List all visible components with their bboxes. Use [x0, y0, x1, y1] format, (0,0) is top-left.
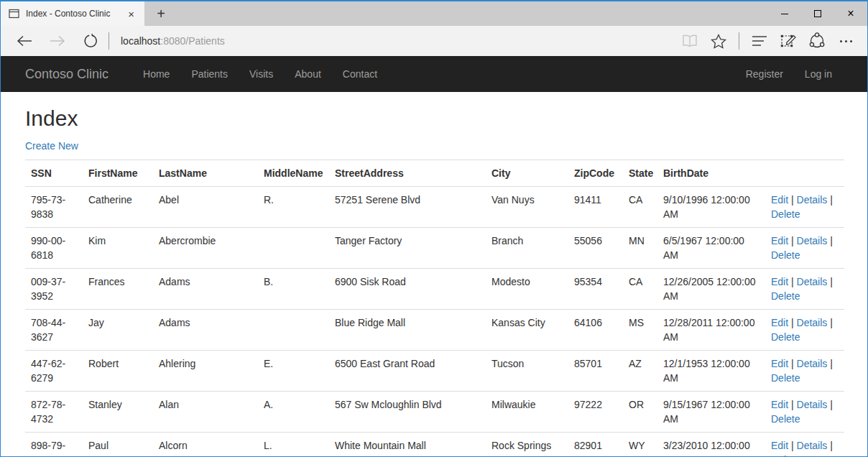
- cell-firstname: Catherine: [83, 187, 153, 228]
- delete-link[interactable]: Delete: [771, 290, 800, 302]
- table-row: 708-44-3627 Jay Adams Blue Ridge Mall Ka…: [25, 310, 844, 351]
- cell-streetaddress: Blue Ridge Mall: [329, 310, 486, 351]
- delete-link[interactable]: Delete: [771, 454, 800, 456]
- cell-birthdate: 6/5/1967 12:00:00 AM: [657, 228, 765, 269]
- nav-item-register[interactable]: Register: [735, 57, 794, 91]
- browser-window: Index - Contoso Clinic × + ×: [0, 0, 868, 457]
- edit-link[interactable]: Edit: [771, 194, 788, 206]
- cell-state: CA: [623, 269, 657, 310]
- cell-zipcode: 64106: [568, 310, 623, 351]
- edit-link[interactable]: Edit: [771, 317, 788, 328]
- cell-actions: Edit | Details | Delete: [765, 228, 844, 269]
- details-link[interactable]: Details: [797, 276, 828, 287]
- delete-link[interactable]: Delete: [771, 208, 800, 220]
- reading-view-icon[interactable]: [675, 29, 704, 53]
- share-icon[interactable]: [803, 29, 831, 53]
- header-middlename: MiddleName: [258, 160, 329, 187]
- cell-state: AZ: [623, 351, 657, 392]
- browser-tab[interactable]: Index - Contoso Clinic ×: [1, 1, 144, 26]
- tab-title: Index - Contoso Clinic: [26, 9, 119, 19]
- details-link[interactable]: Details: [797, 317, 828, 328]
- favorites-star-icon[interactable]: [704, 29, 733, 53]
- cell-middlename: R.: [258, 187, 329, 228]
- create-new-link[interactable]: Create New: [25, 140, 78, 152]
- cell-zipcode: 82901: [568, 433, 623, 457]
- cell-zipcode: 95354: [568, 269, 623, 310]
- nav-item-visits[interactable]: Visits: [239, 57, 284, 91]
- title-bar: Index - Contoso Clinic × + ×: [1, 1, 867, 26]
- patients-table: SSN FirstName LastName MiddleName Street…: [25, 160, 844, 456]
- cell-ssn: 708-44-3627: [25, 310, 83, 351]
- nav-item-patients[interactable]: Patients: [180, 57, 239, 91]
- details-link[interactable]: Details: [797, 358, 828, 369]
- nav-links: Home Patients Visits About Contact: [132, 57, 388, 91]
- address-divider: [108, 32, 109, 50]
- cell-firstname: Jay: [83, 310, 153, 351]
- edit-link[interactable]: Edit: [771, 399, 788, 410]
- details-link[interactable]: Details: [797, 440, 828, 451]
- header-city: City: [486, 160, 568, 187]
- titlebar-drag-area: [177, 1, 768, 26]
- cell-state: OR: [623, 392, 657, 433]
- cell-firstname: Paul: [83, 433, 153, 457]
- delete-link[interactable]: Delete: [771, 372, 800, 384]
- page-icon: [9, 9, 19, 19]
- edit-link[interactable]: Edit: [771, 358, 788, 369]
- table-row: 990-00-6818 Kim Abercrombie Tanger Facto…: [25, 228, 844, 269]
- edit-link[interactable]: Edit: [771, 276, 788, 287]
- table-header-row: SSN FirstName LastName MiddleName Street…: [25, 160, 844, 187]
- cell-firstname: Stanley: [83, 392, 153, 433]
- cell-streetaddress: White Mountain Mall: [329, 433, 486, 457]
- cell-ssn: 795-73-9838: [25, 187, 83, 228]
- nav-item-about[interactable]: About: [284, 57, 332, 91]
- edit-link[interactable]: Edit: [771, 235, 788, 246]
- refresh-button[interactable]: [74, 29, 107, 53]
- cell-zipcode: 85701: [568, 351, 623, 392]
- cell-birthdate: 9/15/1967 12:00:00 AM: [657, 392, 765, 433]
- hub-icon[interactable]: [745, 29, 774, 53]
- web-note-icon[interactable]: [774, 29, 803, 53]
- edit-link[interactable]: Edit: [771, 440, 788, 451]
- brand-link[interactable]: Contoso Clinic: [25, 67, 119, 82]
- cell-state: CA: [623, 187, 657, 228]
- details-link[interactable]: Details: [797, 235, 828, 246]
- table-row: 009-37-3952 Frances Adams B. 6900 Sisk R…: [25, 269, 844, 310]
- cell-birthdate: 12/28/2011 12:00:00 AM: [657, 310, 765, 351]
- back-button[interactable]: [8, 29, 41, 53]
- forward-button[interactable]: [41, 29, 74, 53]
- nav-account-links: Register Log in: [735, 57, 843, 91]
- url-path: :8080/Patients: [160, 35, 225, 47]
- details-link[interactable]: Details: [797, 194, 828, 206]
- address-bar: localhost:8080/Patients: [1, 26, 867, 56]
- cell-streetaddress: Tanger Factory: [329, 228, 486, 269]
- cell-actions: Edit | Details | Delete: [765, 187, 844, 228]
- maximize-button[interactable]: [801, 1, 834, 26]
- new-tab-button[interactable]: +: [144, 1, 177, 26]
- delete-link[interactable]: Delete: [771, 331, 800, 343]
- window-close-button[interactable]: ×: [834, 1, 867, 26]
- toolbar-divider: [739, 32, 739, 50]
- nav-item-home[interactable]: Home: [132, 57, 180, 91]
- delete-link[interactable]: Delete: [771, 249, 800, 261]
- minimize-button[interactable]: [768, 1, 801, 26]
- cell-birthdate: 9/10/1996 12:00:00 AM: [657, 187, 765, 228]
- url-field[interactable]: localhost:8080/Patients: [111, 35, 675, 47]
- header-firstname: FirstName: [83, 160, 153, 187]
- cell-ssn: 872-78-4732: [25, 392, 83, 433]
- tab-close-icon[interactable]: ×: [125, 8, 137, 20]
- cell-city: Milwaukie: [486, 392, 568, 433]
- more-options-icon[interactable]: [831, 29, 860, 53]
- header-ssn: SSN: [25, 160, 83, 187]
- cell-middlename: [258, 228, 329, 269]
- cell-zipcode: 91411: [568, 187, 623, 228]
- cell-lastname: Abercrombie: [153, 228, 258, 269]
- nav-item-contact[interactable]: Contact: [332, 57, 388, 91]
- header-streetaddress: StreetAddress: [329, 160, 486, 187]
- cell-lastname: Ahlering: [153, 351, 258, 392]
- cell-middlename: [258, 310, 329, 351]
- header-state: State: [623, 160, 657, 187]
- details-link[interactable]: Details: [797, 399, 828, 410]
- delete-link[interactable]: Delete: [771, 413, 800, 425]
- nav-item-login[interactable]: Log in: [794, 57, 843, 91]
- cell-middlename: L.: [258, 433, 329, 457]
